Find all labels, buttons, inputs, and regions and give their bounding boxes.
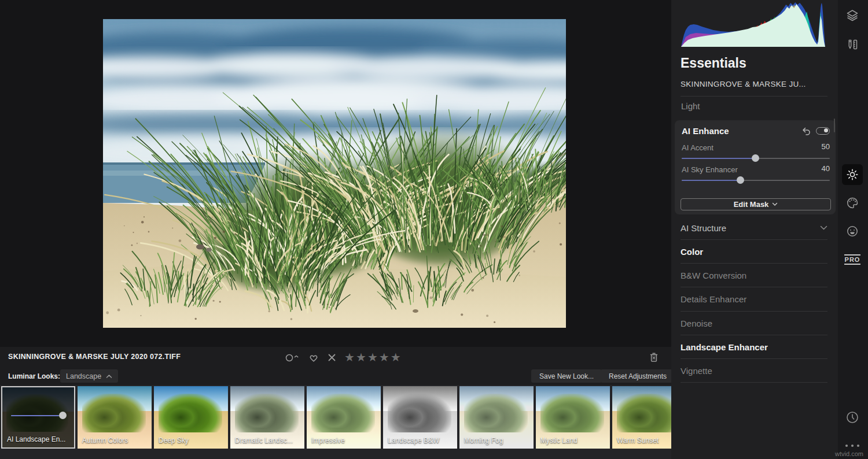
editor-canvas (0, 0, 671, 347)
chevron-down-icon (772, 202, 778, 206)
look-item-morning-fog[interactable]: Morning Fog (459, 386, 534, 449)
watermark: wtvid.com (835, 450, 863, 457)
look-label: Autumn Colors (82, 436, 128, 445)
original-preview-toggle[interactable] (285, 352, 300, 362)
star-icon[interactable]: ★ (379, 351, 389, 363)
save-new-look-button[interactable]: Save New Look... (531, 369, 602, 383)
divider (681, 311, 827, 312)
reject-x-icon[interactable] (328, 353, 336, 362)
look-item-ai-landscape[interactable]: AI Landscape En... (1, 386, 75, 449)
divider (681, 96, 827, 97)
look-item-mystic-land[interactable]: Mystic Land (536, 386, 610, 449)
ai-accent-row: AI Accent 50 (682, 142, 830, 153)
slider-value: 50 (822, 142, 830, 151)
edit-mask-button[interactable]: Edit Mask (681, 198, 831, 210)
divider (681, 263, 827, 264)
ai-sky-row: AI Sky Enhancer 40 (682, 164, 830, 175)
looks-category-value: Landscape (66, 372, 101, 380)
look-item-warm-sunset[interactable]: Warm Sunset (612, 386, 671, 449)
tool-label: Denoise (681, 319, 712, 328)
file-info-bar: SKINNINGROVE & MARSKE JULY 2020 072.TIFF… (0, 347, 671, 368)
ai-sky-enhancer-slider[interactable] (682, 180, 830, 181)
divider (681, 382, 827, 383)
tool-label: Color (681, 247, 703, 257)
pro-badge-label: PRO (844, 254, 861, 265)
ai-accent-slider[interactable] (682, 158, 830, 159)
histogram[interactable] (680, 1, 827, 47)
tool-label: Vignette (681, 366, 712, 376)
panel-title: Essentials (681, 55, 746, 71)
tool-label: AI Structure (681, 223, 726, 233)
look-label: Dramatic Landsc... (235, 436, 293, 445)
look-amount-thumb[interactable] (59, 412, 67, 419)
edit-tools-icon[interactable] (842, 34, 863, 55)
ai-accent-thumb[interactable] (752, 154, 759, 162)
tool-landscape-enhancer[interactable]: Landscape Enhancer (681, 340, 827, 353)
star-icon[interactable]: ★ (367, 351, 378, 363)
luminar-looks-bar: Luminar Looks: Landscape Save New Look..… (0, 368, 671, 385)
preset-name: SKINNINGROVE & MARSKE JU... (681, 80, 806, 88)
ai-enhance-card: AI Enhance AI Accent 50 AI Sky Enhancer … (675, 120, 836, 214)
ai-enhance-title: AI Enhance (682, 126, 729, 136)
look-label: AI Landscape En... (7, 435, 65, 443)
delete-trash-icon[interactable] (647, 350, 661, 364)
edit-mask-label: Edit Mask (734, 200, 769, 209)
tool-ai-structure[interactable]: AI Structure (681, 221, 827, 234)
tool-label: Landscape Enhancer (681, 342, 768, 352)
filter-enabled-toggle[interactable] (816, 127, 830, 135)
look-label: Landscape B&W (388, 436, 439, 445)
divider (681, 239, 827, 240)
pro-badge[interactable]: PRO (842, 249, 863, 270)
look-amount-slider[interactable] (11, 415, 65, 416)
tool-label: Details Enhancer (681, 294, 746, 304)
looks-filmstrip: AI Landscape En... Autumn Colors Deep Sk… (0, 385, 671, 459)
edit-panel: Essentials SKINNINGROVE & MARSKE JU... L… (671, 0, 838, 459)
slider-label: AI Accent (682, 143, 713, 152)
star-icon[interactable]: ★ (344, 351, 355, 363)
panel-scrollbar[interactable] (834, 119, 835, 132)
layers-icon[interactable] (842, 5, 863, 26)
tool-details-enhancer[interactable]: Details Enhancer (681, 293, 827, 305)
slider-label: AI Sky Enhancer (682, 165, 738, 174)
chevron-down-icon (820, 225, 827, 230)
look-item-impressive[interactable]: Impressive (307, 386, 381, 449)
history-clock-icon[interactable] (842, 407, 863, 428)
tool-color[interactable]: Color (681, 245, 827, 258)
tool-denoise[interactable]: Denoise (681, 317, 827, 330)
looks-label: Luminar Looks: (8, 372, 60, 380)
look-label: Deep Sky (159, 436, 189, 445)
looks-category-dropdown[interactable]: Landscape (60, 369, 118, 383)
look-label: Morning Fog (464, 436, 503, 445)
tool-bw-conversion[interactable]: B&W Conversion (681, 269, 827, 282)
portrait-face-icon[interactable] (842, 221, 863, 242)
main-photo[interactable] (103, 19, 566, 328)
look-label: Mystic Land (540, 436, 578, 445)
tool-vignette[interactable]: Vignette (681, 364, 827, 377)
star-icon[interactable]: ★ (391, 351, 401, 363)
look-item-deep-sky[interactable]: Deep Sky (154, 386, 228, 449)
slider-value: 40 (822, 164, 830, 173)
look-item-dramatic-landscape[interactable]: Dramatic Landsc... (230, 386, 304, 449)
ai-sky-enhancer-thumb[interactable] (737, 176, 744, 184)
look-label: Impressive (311, 436, 345, 445)
luminar-app-window: SKINNINGROVE & MARSKE JULY 2020 072.TIFF… (0, 0, 868, 459)
section-light[interactable]: Light (681, 101, 700, 111)
photo-tools: ★★★★★ (285, 350, 401, 364)
look-label: Warm Sunset (617, 436, 659, 445)
photo-scene (103, 19, 566, 328)
reset-adjustments-button[interactable]: Reset Adjustments (601, 369, 675, 383)
chevron-up-icon (106, 374, 112, 379)
star-icon[interactable]: ★ (356, 351, 366, 363)
light-sun-icon[interactable] (842, 164, 863, 185)
tool-label: B&W Conversion (681, 271, 746, 280)
divider (681, 287, 827, 287)
undo-icon[interactable] (801, 127, 811, 135)
favorite-heart-icon[interactable] (308, 352, 319, 362)
star-rating[interactable]: ★★★★★ (344, 351, 401, 363)
divider (681, 335, 827, 335)
divider (681, 358, 827, 359)
color-palette-icon[interactable] (842, 193, 863, 213)
look-item-landscape-bw[interactable]: Landscape B&W (383, 386, 457, 449)
look-item-autumn-colors[interactable]: Autumn Colors (78, 386, 152, 449)
filename-label: SKINNINGROVE & MARSKE JULY 2020 072.TIFF (8, 353, 181, 361)
